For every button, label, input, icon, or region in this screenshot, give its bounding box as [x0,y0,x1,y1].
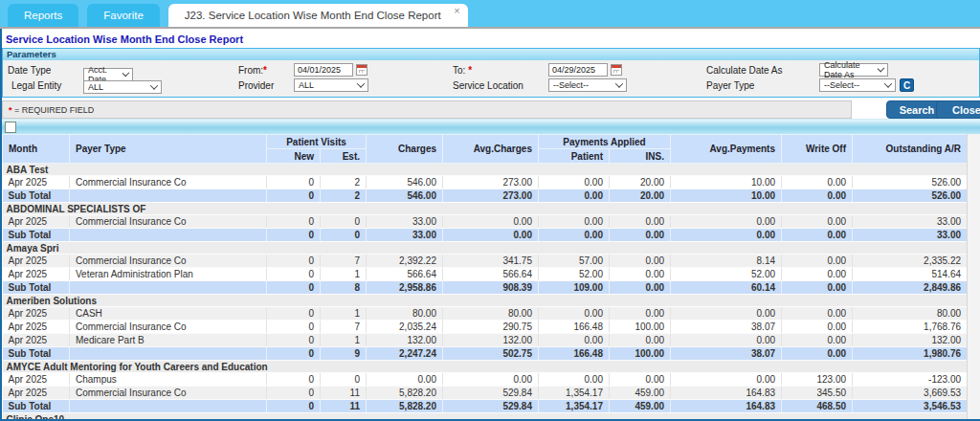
table-row: Apr 2025Commercial Insurance Co0115,828.… [3,387,968,400]
report-table-area: Month Payer Type Patient Visits Charges … [2,134,980,421]
required-field-bar: * = REQUIRED FIELD Search Close [2,100,980,119]
tab-close-icon[interactable]: × [454,6,459,16]
table-row: Apr 2025Veteran Administration Plan01566… [3,268,968,281]
group-name: Amaya Spri [3,242,968,255]
from-date-input[interactable]: 04/01/2025 [294,63,353,77]
provider-select[interactable]: ALL [294,78,368,92]
tab-active-label: J23. Service Location Wise Month End Clo… [185,10,441,21]
to-date-input[interactable]: 04/29/2025 [548,63,608,77]
provider-label: Provider [238,80,294,91]
provider-value: ALL [299,80,314,90]
report-table-header: Month Payer Type Patient Visits Charges … [3,135,968,164]
group-header-row: ABA Test [3,164,968,176]
parameters-body: Date Type Acct. Date From:* 04/01/2025 T… [3,60,979,97]
legal-entity-value: ALL [88,82,103,92]
chevron-down-icon [150,81,158,89]
group-name: Ameriben Solutions [3,295,968,307]
calendar-icon[interactable] [611,64,622,76]
subtotal-row: Sub Total092,247.24502.75166.48100.0038.… [3,347,968,361]
col-charges: Charges [367,135,443,164]
to-label: To: * [453,65,548,76]
subtotal-label: Sub Total [3,281,70,295]
group-header-row: Clinic One10 [3,413,968,421]
col-new: New [267,149,321,164]
table-row: Apr 2025Commercial Insurance Co02546.002… [3,176,968,189]
report-panel: Service Location Wise Month End Close Re… [0,29,980,421]
col-month: Month [3,135,70,164]
report-table: Month Payer Type Patient Visits Charges … [2,134,968,421]
table-row: Apr 2025Medicare Part B01132.00132.000.0… [3,334,968,347]
table-row: Apr 2025Champus000.000.000.000.000.00123… [3,373,968,387]
tab-favorite[interactable]: Favorite [87,4,160,27]
col-patient-visits: Patient Visits [267,135,367,149]
col-avg-payments: Avg.Payments [671,135,782,164]
col-patient: Patient [539,149,610,164]
legal-entity-label: Legal Entity [5,80,83,91]
table-row: Apr 2025Commercial Insurance Co072,035.2… [3,321,968,334]
col-payments-applied: Payments Applied [539,135,671,149]
col-payer-type: Payer Type [70,135,267,164]
payer-type-label: Payer Type [706,80,819,91]
chevron-down-icon [357,79,365,87]
required-asterisk: * [468,65,472,76]
c-button[interactable]: C [900,78,914,92]
chevron-down-icon [615,79,623,87]
service-location-label: Service Location [453,80,548,91]
tab-reports[interactable]: Reports [8,4,78,27]
col-avg-charges: Avg.Charges [443,135,539,164]
required-note: * = REQUIRED FIELD [2,100,852,119]
subtotal-row: Sub Total082,958.86908.39109.000.0060.14… [3,281,968,295]
calculate-date-as-label: Calculate Date As [706,65,819,76]
col-write-off: Write Off [782,135,853,164]
tab-bar: Reports Favorite J23. Service Location W… [0,0,980,27]
date-type-label: Date Type [5,65,83,76]
report-table-body: ABA TestApr 2025Commercial Insurance Co0… [3,164,968,421]
col-est: Est. [321,149,367,164]
table-row: Apr 2025Commercial Insurance Co072,392.2… [3,255,968,268]
group-header-row: ABDOMINAL SPECIALISTS OF [3,203,968,215]
group-header-row: Amaya Spri [3,242,968,255]
col-outstanding-ar: Outstanding A/R [853,135,968,164]
parameters-section: Parameters Date Type Acct. Date From:* 0… [2,48,980,98]
vertical-scrollbar[interactable] [967,134,980,421]
group-name: AMYCE Adult Mentoring for Youth Careers … [3,361,968,373]
group-header-row: Ameriben Solutions [3,295,968,307]
payer-type-select[interactable]: --Select-- [819,78,896,92]
payer-type-value: --Select-- [824,80,859,90]
tab-active-report[interactable]: J23. Service Location Wise Month End Clo… [168,4,468,27]
required-asterisk: * [263,65,267,76]
col-ins: INS. [610,149,671,164]
legal-entity-select[interactable]: ALL [83,80,162,94]
subtotal-label: Sub Total [3,400,70,413]
subtotal-row: Sub Total02546.00273.000.0020.0010.000.0… [3,189,968,203]
table-row: Apr 2025CASH0180.0080.000.000.000.000.00… [3,307,968,321]
table-row: Apr 2025Commercial Insurance Co0033.000.… [3,215,968,229]
page-title: Service Location Wise Month End Close Re… [2,29,980,48]
calculate-date-as-select[interactable]: Calculate Date As [819,63,888,77]
subtotal-row: Sub Total0033.000.000.000.000.000.0033.0… [3,229,968,242]
group-name: ABDOMINAL SPECIALISTS OF [3,203,968,215]
service-location-select[interactable]: --Select-- [548,78,627,92]
calculate-date-as-value: Calculate Date As [824,60,879,79]
subtotal-label: Sub Total [3,189,70,203]
subtotal-label: Sub Total [3,229,70,242]
close-button[interactable]: Close [936,100,980,119]
service-location-value: --Select-- [553,80,589,90]
chevron-down-icon [884,79,892,87]
subtotal-label: Sub Total [3,347,70,361]
from-label: From:* [238,65,294,76]
subtotal-row: Sub Total0115,828.20529.841,354.17459.00… [3,400,968,413]
group-header-row: AMYCE Adult Mentoring for Youth Careers … [3,361,968,373]
calendar-icon[interactable] [356,64,368,76]
export-excel-icon[interactable] [5,122,16,133]
group-name: Clinic One10 [3,413,968,421]
group-name: ABA Test [3,164,968,176]
export-bar [2,119,980,134]
